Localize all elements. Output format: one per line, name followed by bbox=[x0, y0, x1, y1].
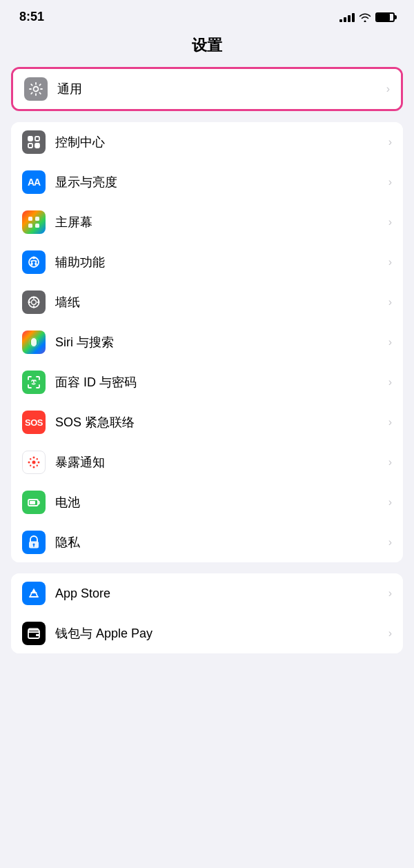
battery-status-icon bbox=[375, 12, 395, 22]
control-center-chevron: › bbox=[388, 136, 392, 148]
svg-point-20 bbox=[37, 458, 38, 460]
home-screen-chevron: › bbox=[388, 216, 392, 228]
battery-chevron: › bbox=[388, 496, 392, 509]
svg-point-16 bbox=[33, 466, 35, 468]
settings-item-privacy[interactable]: 隐私 › bbox=[11, 522, 403, 562]
control-center-icon bbox=[22, 130, 46, 154]
appstore-icon bbox=[22, 582, 46, 605]
privacy-icon bbox=[22, 531, 46, 554]
wallpaper-chevron: › bbox=[388, 296, 392, 308]
svg-rect-8 bbox=[35, 224, 39, 228]
general-section: 通用 › bbox=[11, 67, 403, 111]
accessibility-icon bbox=[22, 250, 46, 274]
exposure-label: 暴露通知 bbox=[55, 454, 383, 471]
general-icon bbox=[24, 77, 48, 101]
wallpaper-icon bbox=[22, 290, 46, 314]
home-screen-icon bbox=[22, 210, 46, 234]
sos-label: SOS 紧急联络 bbox=[55, 414, 383, 431]
settings-item-home-screen[interactable]: 主屏幕 › bbox=[11, 202, 403, 242]
svg-point-12 bbox=[32, 300, 37, 305]
siri-icon bbox=[22, 331, 46, 354]
status-bar: 8:51 bbox=[0, 0, 414, 30]
svg-point-22 bbox=[37, 465, 38, 466]
exposure-icon bbox=[22, 451, 46, 474]
svg-point-18 bbox=[38, 462, 40, 464]
svg-point-0 bbox=[34, 87, 39, 92]
wallet-label: 钱包与 Apple Pay bbox=[55, 625, 383, 642]
settings-item-wallet[interactable]: 钱包与 Apple Pay › bbox=[11, 613, 403, 653]
svg-point-15 bbox=[33, 457, 35, 459]
settings-item-appstore[interactable]: App Store › bbox=[11, 573, 403, 613]
general-label: 通用 bbox=[57, 81, 381, 97]
accessibility-label: 辅助功能 bbox=[55, 254, 383, 270]
settings-item-display[interactable]: AA 显示与亮度 › bbox=[11, 162, 403, 202]
svg-point-19 bbox=[30, 458, 31, 460]
settings-item-faceid[interactable]: 面容 ID 与密码 › bbox=[11, 362, 403, 402]
svg-rect-3 bbox=[28, 144, 32, 148]
siri-chevron: › bbox=[388, 336, 392, 348]
settings-item-wallpaper[interactable]: 墙纸 › bbox=[11, 282, 403, 322]
privacy-label: 隐私 bbox=[55, 534, 383, 551]
main-settings-section: 控制中心 › AA 显示与亮度 › 主屏幕 › bbox=[11, 122, 403, 562]
display-label: 显示与亮度 bbox=[55, 174, 383, 190]
svg-rect-1 bbox=[28, 137, 32, 141]
signal-icon bbox=[339, 12, 355, 22]
svg-rect-7 bbox=[28, 224, 32, 228]
settings-item-sos[interactable]: SOS SOS 紧急联络 › bbox=[11, 402, 403, 442]
battery-icon bbox=[22, 491, 46, 514]
page-title: 设置 bbox=[0, 30, 414, 67]
svg-rect-6 bbox=[35, 217, 39, 221]
accessibility-chevron: › bbox=[388, 256, 392, 268]
control-center-label: 控制中心 bbox=[55, 134, 383, 150]
svg-point-14 bbox=[32, 461, 36, 464]
wallet-icon bbox=[22, 622, 46, 645]
svg-rect-28 bbox=[36, 634, 39, 636]
svg-rect-24 bbox=[30, 501, 35, 504]
battery-label: 电池 bbox=[55, 494, 383, 511]
display-icon: AA bbox=[22, 170, 46, 194]
exposure-chevron: › bbox=[388, 456, 392, 468]
faceid-label: 面容 ID 与密码 bbox=[55, 374, 383, 391]
faceid-chevron: › bbox=[388, 376, 392, 388]
siri-label: Siri 与搜索 bbox=[55, 334, 383, 351]
appstore-label: App Store bbox=[55, 586, 383, 601]
svg-point-17 bbox=[28, 462, 30, 464]
svg-rect-2 bbox=[35, 137, 39, 141]
settings-item-control-center[interactable]: 控制中心 › bbox=[11, 122, 403, 162]
settings-item-general[interactable]: 通用 › bbox=[13, 69, 401, 109]
home-screen-label: 主屏幕 bbox=[55, 214, 383, 230]
settings-item-accessibility[interactable]: 辅助功能 › bbox=[11, 242, 403, 282]
wallet-chevron: › bbox=[388, 627, 392, 640]
wallpaper-label: 墙纸 bbox=[55, 294, 383, 310]
display-chevron: › bbox=[388, 176, 392, 188]
wifi-icon bbox=[359, 12, 371, 22]
sos-chevron: › bbox=[388, 416, 392, 428]
faceid-icon bbox=[22, 371, 46, 394]
sos-icon: SOS bbox=[22, 411, 46, 434]
svg-rect-5 bbox=[28, 217, 32, 221]
status-time: 8:51 bbox=[19, 10, 44, 24]
svg-point-21 bbox=[30, 465, 31, 466]
general-chevron: › bbox=[386, 83, 390, 95]
settings-item-siri[interactable]: Siri 与搜索 › bbox=[11, 322, 403, 362]
status-icons bbox=[339, 12, 395, 22]
svg-rect-4 bbox=[35, 144, 39, 148]
apps-section: App Store › 钱包与 Apple Pay › bbox=[11, 573, 403, 653]
settings-item-exposure[interactable]: 暴露通知 › bbox=[11, 442, 403, 482]
privacy-chevron: › bbox=[388, 536, 392, 549]
settings-item-battery[interactable]: 电池 › bbox=[11, 482, 403, 522]
appstore-chevron: › bbox=[388, 587, 392, 600]
